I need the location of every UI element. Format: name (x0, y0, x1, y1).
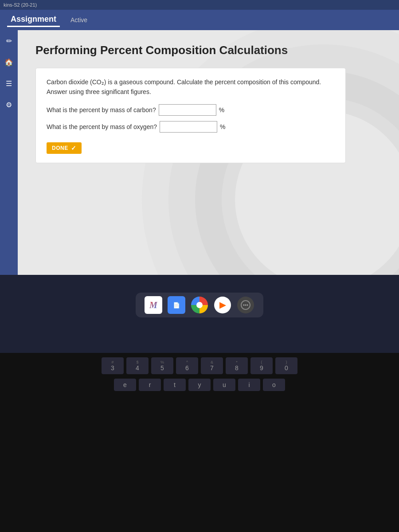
key-o[interactable]: o (263, 379, 285, 391)
top-bar: kins-S2 (20-21) (0, 0, 399, 10)
svg-point-2 (245, 305, 246, 306)
key-u[interactable]: u (213, 379, 235, 391)
key-4[interactable]: $4 (126, 357, 149, 374)
keyboard-row-letters: e r t y u i o (13, 379, 386, 391)
carbon-input[interactable] (159, 104, 216, 116)
key-y[interactable]: y (188, 379, 211, 391)
nav-active-label: Active (67, 15, 91, 25)
question-intro: Carbon dioxide (CO₂) is a gaseous compou… (47, 77, 335, 97)
content-area: Performing Percent Composition Calculati… (18, 30, 399, 275)
done-label: DONE (52, 145, 68, 151)
sidebar-home-icon[interactable]: 🏠 (3, 56, 15, 68)
key-9[interactable]: (9 (250, 357, 273, 374)
done-button[interactable]: DONE ✓ (47, 142, 82, 154)
key-7[interactable]: &7 (201, 357, 223, 374)
question1-unit: % (219, 106, 224, 113)
page-title: Performing Percent Composition Calculati… (35, 43, 381, 57)
sidebar-pencil-icon[interactable]: ✏ (3, 35, 15, 47)
oxygen-input[interactable] (160, 121, 217, 133)
keyboard-area: #3 $4 %5 ^6 &7 *8 (9 )0 e r t y u i o (0, 353, 399, 532)
sidebar-menu-icon[interactable]: ☰ (3, 77, 15, 90)
dots-icon[interactable] (237, 296, 254, 314)
done-check-icon: ✓ (71, 145, 77, 152)
keyboard-row-numbers: #3 $4 %5 ^6 &7 *8 (9 )0 (13, 357, 386, 374)
svg-point-1 (243, 305, 245, 306)
dark-area: M 📄 ▶ #3 $4 (0, 275, 399, 532)
question2-label: What is the percent by mass of oxygen? (47, 123, 157, 130)
gmail-icon[interactable]: M (145, 296, 162, 314)
docs-icon[interactable]: 📄 (168, 296, 185, 314)
key-8[interactable]: *8 (226, 357, 248, 374)
play-circle: ▶ (214, 297, 231, 313)
key-0[interactable]: )0 (275, 357, 297, 374)
taskbar: M 📄 ▶ (136, 293, 263, 317)
question-carbon-row: What is the percent by mass of carbon? % (47, 104, 335, 116)
question2-unit: % (220, 123, 225, 130)
chrome-circle (191, 297, 208, 313)
key-r[interactable]: r (139, 379, 161, 391)
key-6[interactable]: ^6 (176, 357, 198, 374)
main-area: ✏ 🏠 ☰ ⚙ Performing Percent Composition C… (0, 30, 399, 275)
key-t[interactable]: t (164, 379, 186, 391)
sidebar-settings-icon[interactable]: ⚙ (3, 98, 15, 111)
nav-bar: Assignment Active (0, 10, 399, 30)
question-block: Carbon dioxide (CO₂) is a gaseous compou… (35, 68, 346, 163)
key-5[interactable]: %5 (151, 357, 173, 374)
question1-label: What is the percent by mass of carbon? (47, 106, 156, 113)
nav-assignment-tab[interactable]: Assignment (7, 13, 60, 27)
key-3[interactable]: #3 (102, 357, 124, 374)
key-i[interactable]: i (238, 379, 260, 391)
sidebar: ✏ 🏠 ☰ ⚙ (0, 30, 18, 275)
play-icon[interactable]: ▶ (214, 296, 231, 314)
top-bar-title: kins-S2 (20-21) (4, 2, 37, 8)
svg-point-3 (247, 305, 248, 306)
dots-circle (237, 297, 254, 313)
chrome-icon[interactable] (191, 296, 208, 314)
question-oxygen-row: What is the percent by mass of oxygen? % (47, 121, 335, 133)
key-e[interactable]: e (114, 379, 136, 391)
